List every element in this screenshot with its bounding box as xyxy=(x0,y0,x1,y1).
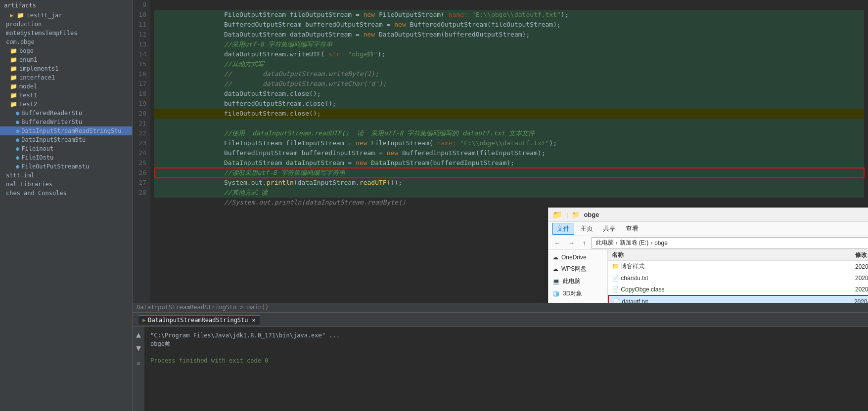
fe-nav-buttons: ← → ↑ xyxy=(550,238,590,248)
sidebar-item-production[interactable]: production xyxy=(0,20,132,29)
sidebar-item-label: com.obge xyxy=(6,39,35,45)
fe-folder-icon3: 📁 xyxy=(572,211,580,218)
fe-path-sep2: › xyxy=(650,240,652,247)
text-file-icon2: 📄 xyxy=(613,298,620,303)
sidebar-item-label: model xyxy=(19,83,37,90)
fe-sidebar-onedrive[interactable]: ☁ OneDrive xyxy=(548,252,607,263)
folder-icon: 📁 xyxy=(10,56,17,63)
editor-area: 9 10 11 12 13 14 15 16 17 18 19 20 21 22… xyxy=(133,0,868,411)
sidebar-item-interface1[interactable]: 📁 interface1 xyxy=(0,73,132,82)
fe-titlebar: 📁 | 📁 obge xyxy=(548,208,868,222)
sidebar-item-sttt-iml[interactable]: sttt.iml xyxy=(0,171,132,180)
fe-sidebar-wpsdisk[interactable]: ☁ WPS网盘 xyxy=(548,263,607,275)
bottom-left-sidebar: ▲ ▼ ≡ xyxy=(133,327,144,411)
sidebar-item-consoles[interactable]: ches and Consoles xyxy=(0,189,132,198)
folder-file-icon: 📁 xyxy=(612,263,619,270)
fe-col-date: 修改日期 xyxy=(855,251,868,259)
fe-file-row-0[interactable]: 📁 博客样式 2020/5/14 20:39 文件夹 xyxy=(608,261,868,272)
sidebar-item-label: sttt.iml xyxy=(6,172,35,179)
fe-file-name: 📄 CopyObge.class xyxy=(612,286,855,293)
sidebar-item-comobge[interactable]: com.obge xyxy=(0,38,132,46)
sidebar-item-datainputstreamreadstringstu[interactable]: ● DataInputStreamReadStringStu xyxy=(0,126,132,135)
sidebar-item-model[interactable]: 📁 model xyxy=(0,82,132,91)
bottom-output: "C:\Program Files\Java\jdk1.8.0_171\bin\… xyxy=(144,327,868,411)
fe-path-part2: 新加卷 (E:) xyxy=(620,239,649,247)
code-editor[interactable]: 9 10 11 12 13 14 15 16 17 18 19 20 21 22… xyxy=(133,0,868,303)
fe-menu-file[interactable]: 文件 xyxy=(552,223,574,235)
sidebar-item-label: BufferedReaderStu xyxy=(21,110,82,117)
fe-sidebar-thispc[interactable]: 💻 此电脑 xyxy=(548,275,607,288)
line-numbers: 9 10 11 12 13 14 15 16 17 18 19 20 21 22… xyxy=(133,0,150,303)
bottom-tab-run[interactable]: ▶ DataInputStreamReadStringStu ✕ xyxy=(138,315,260,325)
class-icon: ● xyxy=(16,163,19,170)
sidebar-item-test1[interactable]: 📁 test1 xyxy=(0,91,132,100)
class-icon: ● xyxy=(16,127,19,134)
class-file-icon: 📄 xyxy=(612,286,619,293)
fe-sidebar-label: 视频 xyxy=(563,302,575,303)
scroll-down-button[interactable]: ▼ xyxy=(135,342,142,354)
sidebar-item-label: ches and Consoles xyxy=(6,190,67,197)
fe-sidebar-3dobjects[interactable]: 🧊 3D对象 xyxy=(548,288,607,300)
fe-sidebar-label: WPS网盘 xyxy=(561,265,587,273)
fe-file-name: 📁 博客样式 xyxy=(612,262,855,271)
fe-forward-button[interactable]: → xyxy=(565,238,578,248)
fe-path-bar[interactable]: 此电脑 › 新加卷 (E:) › obge xyxy=(592,237,868,248)
sidebar-item-fileinout[interactable]: ● Fileinout xyxy=(0,144,132,153)
close-icon[interactable]: ✕ xyxy=(252,317,256,324)
fe-table-header: 名称 修改日期 类型 xyxy=(608,250,868,261)
scroll-up-button[interactable]: ▲ xyxy=(135,329,142,340)
fe-file-name: 📄 charstu.txt xyxy=(612,275,855,282)
sidebar-item-fileoutputstreamstu[interactable]: ● FileOutPutStreamstu xyxy=(0,162,132,171)
fe-addressbar: ← → ↑ 此电脑 › 新加卷 (E:) › obge ↻ xyxy=(548,236,868,250)
bottom-action1[interactable]: ≡ xyxy=(136,360,141,368)
sidebar-item-label: FileOutPutStreamstu xyxy=(21,163,89,170)
sidebar-item-tempfiles[interactable]: moteSystemsTempFiles xyxy=(0,29,132,38)
sidebar-item-label: Fileinout xyxy=(21,145,53,152)
fe-path-part3: obge xyxy=(654,240,668,247)
sidebar-item-libraries[interactable]: nal Libraries xyxy=(0,180,132,189)
fe-path-part1: 此电脑 xyxy=(596,239,614,247)
fe-title: obge xyxy=(584,211,599,218)
class-icon: ● xyxy=(16,154,19,161)
sidebar-item-fileiostu[interactable]: ● FileIOstu xyxy=(0,153,132,162)
class-icon: ● xyxy=(16,145,19,152)
sidebar-item-datainputstreamstu[interactable]: ● DataInputStreamStu xyxy=(0,135,132,144)
computer-icon: 💻 xyxy=(552,278,560,285)
sidebar-item-bufferedreaderstu[interactable]: ● BufferedReaderStu xyxy=(0,109,132,118)
fe-menu-view[interactable]: 查看 xyxy=(622,223,642,234)
fe-file-date: 2020/5/14 20:39 xyxy=(855,263,868,270)
sidebar-item-label: FileIOstu xyxy=(21,154,53,161)
fe-menu-share[interactable]: 共享 xyxy=(599,223,620,234)
bottom-panel: ▶ DataInputStreamReadStringStu ✕ ▲ ▼ ≡ "… xyxy=(133,312,868,411)
fe-file-row-datautf[interactable]: 📄 datautf.txt 2020/5/17 19:57 文本文档 xyxy=(608,295,868,303)
bottom-tab-bar: ▶ DataInputStreamReadStringStu ✕ xyxy=(133,313,868,327)
file-explorer: 📁 | 📁 obge 文件 主页 共享 查看 ← → xyxy=(548,207,868,303)
fe-sidebar-video[interactable]: 🎬 视频 xyxy=(548,300,607,303)
sidebar-item-bufferedwriterstu[interactable]: ● BufferedWriterStu xyxy=(0,118,132,126)
sidebar-item-test2[interactable]: 📁 test2 xyxy=(0,100,132,109)
fe-file-row-1[interactable]: 📄 charstu.txt 2020/5/6 23:46 文本文档 xyxy=(608,272,868,284)
fe-file-date: 2020/5/6 23:46 xyxy=(855,275,868,282)
sidebar-item-label: implements1 xyxy=(19,65,58,72)
sidebar-item-label: moteSystemsTempFiles xyxy=(6,30,78,37)
folder-icon: 📁 xyxy=(10,47,17,54)
fe-menubar: 文件 主页 共享 查看 xyxy=(548,222,868,236)
video-icon: 🎬 xyxy=(552,303,560,303)
sidebar-item-implements1[interactable]: 📁 implements1 xyxy=(0,64,132,73)
folder-icon: 📁 xyxy=(10,74,17,81)
main-layout: artifacts ▶ 📁 testtt_jar production mote… xyxy=(0,0,868,411)
fe-file-list: 名称 修改日期 类型 📁 博客样式 2020/5/14 20:39 文件夹 📄 … xyxy=(608,250,868,303)
fe-up-button[interactable]: ↑ xyxy=(579,238,590,248)
fe-file-date: 2020/5/17 19:28 xyxy=(855,286,868,293)
sidebar-item-boge[interactable]: 📁 boge xyxy=(0,46,132,55)
fe-back-button[interactable]: ← xyxy=(550,238,564,248)
fe-menu-home[interactable]: 主页 xyxy=(576,223,597,234)
sidebar-item-label: testtt_jar xyxy=(26,12,62,19)
output-line-3: Process finished with exit code 0 xyxy=(150,357,862,364)
sidebar-item-testtt-jar[interactable]: ▶ 📁 testtt_jar xyxy=(0,11,132,20)
sidebar-item-label: test2 xyxy=(19,101,37,108)
tab-label: DataInputStreamReadStringStu xyxy=(148,317,248,324)
fe-file-row-2[interactable]: 📄 CopyObge.class 2020/5/17 19:28 CLASS 文… xyxy=(608,284,868,295)
fe-folder-icon: 📁 xyxy=(552,210,562,219)
sidebar-item-enum1[interactable]: 📁 enum1 xyxy=(0,55,132,64)
